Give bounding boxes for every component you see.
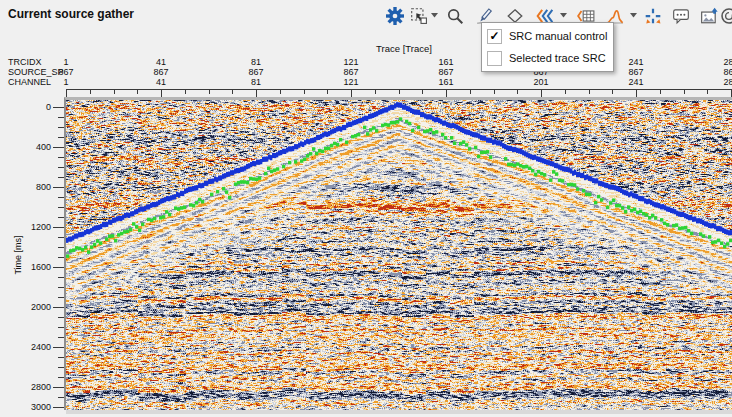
checkbox-selected-trace-src[interactable] <box>487 51 502 66</box>
trace-tick <box>422 90 423 94</box>
checkbox-src-manual-control[interactable]: ✓ <box>487 29 502 44</box>
time-tick <box>53 407 64 408</box>
time-tick-label: 800 <box>11 182 51 192</box>
time-tick-label: 1600 <box>11 262 51 272</box>
header-value: 867 <box>248 67 263 77</box>
header-row-label: CHANNEL <box>8 77 51 87</box>
header-value: 161 <box>438 77 453 87</box>
page-title: Current source gather <box>8 7 134 21</box>
current-source-gather-panel: { "title": "Current source gather", "too… <box>0 0 732 417</box>
header-row-channel: CHANNEL 14181121161201241281 <box>0 77 732 88</box>
trace-axis-title: Trace [Trace] <box>376 43 432 54</box>
export-image-icon[interactable] <box>700 7 718 25</box>
settings-icon[interactable] <box>386 7 404 25</box>
trace-tick <box>565 90 566 94</box>
seismic-image[interactable] <box>66 100 732 410</box>
header-value: 241 <box>628 77 643 87</box>
time-tick-label: 1200 <box>11 222 51 232</box>
header-value: 281 <box>723 77 732 87</box>
header-value: 281 <box>723 57 732 67</box>
header-value: 41 <box>156 77 166 87</box>
header-value: 867 <box>628 67 643 77</box>
trace-tick <box>375 90 376 94</box>
header-value: 201 <box>533 77 548 87</box>
flatten-dropdown-caret[interactable] <box>560 13 567 19</box>
header-value: 867 <box>58 67 73 77</box>
trace-tick <box>517 90 518 94</box>
menu-item-label: SRC manual control <box>509 30 607 42</box>
time-tick <box>53 227 64 228</box>
header-value: 121 <box>343 57 358 67</box>
trace-tick <box>90 90 91 94</box>
trace-tick <box>137 90 138 94</box>
time-tick-label: 400 <box>11 142 51 152</box>
time-tick <box>53 387 64 388</box>
trace-tick <box>589 90 590 94</box>
trace-tick <box>185 90 186 94</box>
menu-item-src-manual-control[interactable]: ✓ SRC manual control <box>482 25 613 47</box>
header-value: 1 <box>63 77 68 87</box>
trace-tick <box>66 90 67 97</box>
trace-tick <box>660 90 661 94</box>
header-value: 1 <box>63 57 68 67</box>
zoom-icon[interactable] <box>446 7 464 25</box>
header-value: 241 <box>628 57 643 67</box>
time-tick <box>53 307 64 308</box>
select-region-dropdown-caret[interactable] <box>431 13 438 19</box>
snap-crosshair-icon[interactable] <box>644 7 662 25</box>
header-value: 161 <box>438 57 453 67</box>
time-tick-label: 3000 <box>11 402 51 412</box>
src-control-dropdown-menu: ✓ SRC manual control Selected trace SRC <box>481 22 614 72</box>
time-tick <box>53 187 64 188</box>
time-tick-label: 0 <box>11 102 51 112</box>
header-value: 867 <box>153 67 168 77</box>
time-tick <box>53 267 64 268</box>
seismic-plot-frame <box>64 97 732 410</box>
time-tick-label: 2400 <box>11 342 51 352</box>
spectrum-dropdown-caret[interactable] <box>630 13 637 19</box>
time-tick-label: 2800 <box>11 382 51 392</box>
header-value: 41 <box>156 57 166 67</box>
trace-tick <box>232 90 233 94</box>
menu-item-selected-trace-src[interactable]: Selected trace SRC <box>482 47 613 69</box>
time-tick <box>53 347 64 348</box>
time-tick-label: 2000 <box>11 302 51 312</box>
header-value: 81 <box>251 57 261 67</box>
time-tick <box>53 107 64 108</box>
trace-tick <box>114 90 115 94</box>
trace-tick <box>351 90 352 97</box>
trace-tick <box>209 90 210 94</box>
select-region-icon[interactable] <box>410 7 428 25</box>
trace-tick <box>684 90 685 94</box>
comments-icon[interactable] <box>672 7 690 25</box>
trace-tick <box>470 90 471 94</box>
menu-item-label: Selected trace SRC <box>509 52 606 64</box>
header-value: 867 <box>343 67 358 77</box>
header-value: 867 <box>723 67 732 77</box>
plot-bottom-edge <box>66 410 732 414</box>
trace-tick <box>161 90 162 97</box>
trace-tick <box>636 90 637 97</box>
trace-tick <box>256 90 257 97</box>
header-value: 121 <box>343 77 358 87</box>
header-row-label: TRCIDX <box>8 57 42 67</box>
qc-loupe-icon[interactable] <box>720 7 732 25</box>
header-value: 867 <box>438 67 453 77</box>
trace-tick <box>304 90 305 94</box>
trace-tick <box>541 90 542 97</box>
trace-tick <box>399 90 400 94</box>
trace-tick <box>494 90 495 94</box>
trace-tick <box>280 90 281 94</box>
trace-tick <box>707 90 708 94</box>
header-value: 81 <box>251 77 261 87</box>
trace-tick <box>612 90 613 94</box>
header-row-label: SOURCE_SP <box>8 67 64 77</box>
time-tick <box>53 147 64 148</box>
trace-tick <box>327 90 328 94</box>
trace-tick <box>446 90 447 97</box>
